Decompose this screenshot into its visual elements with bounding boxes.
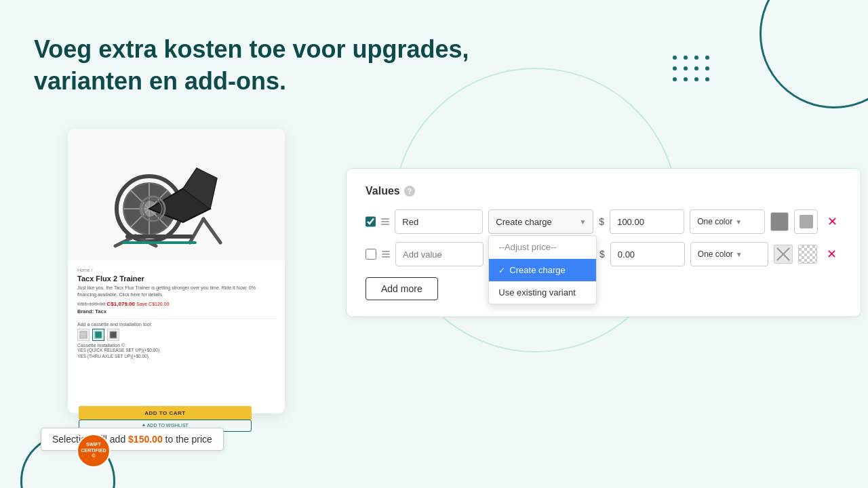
svg-rect-13 <box>125 235 193 239</box>
dropdown-item-create-charge[interactable]: ✓ Create charge <box>489 259 596 281</box>
panel-title: Values ? <box>366 185 842 197</box>
panel-title-text: Values <box>366 185 400 197</box>
cassette-option-1: YES (QUICK RELEASE SET UP)(+$0.00) <box>77 348 275 352</box>
values-panel: Values ? Create charge ▼ --Adjust price-… <box>346 168 861 317</box>
dots-grid <box>673 56 712 84</box>
addon-label: Add a cassette and installation tool: <box>77 322 275 327</box>
row1-color-picker-btn[interactable] <box>794 209 818 234</box>
addon-options <box>77 329 275 341</box>
dropdown-item-create-charge-label: Create charge <box>509 265 565 275</box>
row2-value-input[interactable] <box>395 242 484 266</box>
cassette-option-2: YES (THRU AXLE SET UP)(+$0.00) <box>77 354 275 359</box>
cassette-label: Cassette Installation ©: <box>77 343 275 348</box>
row1-charge-dropdown-container: Create charge ▼ --Adjust price-- ✓ Creat… <box>488 209 593 234</box>
addon-option-3[interactable] <box>107 329 119 341</box>
help-icon[interactable]: ? <box>404 186 415 197</box>
row1-value-input[interactable] <box>395 209 483 234</box>
row2-checkbox[interactable] <box>366 249 376 260</box>
row1-checkbox[interactable] <box>366 216 376 227</box>
brand-label: Brand: <box>77 308 94 314</box>
dropdown-item-use-variant[interactable]: Use existing variant <box>489 281 596 304</box>
addon-option-1[interactable] <box>77 329 90 341</box>
price-badge: Selection will add $150.00 to the price <box>41 428 224 451</box>
heading: Voeg extra kosten toe voor upgrades, var… <box>34 34 469 98</box>
row2-dollar-sign: $ <box>599 249 605 260</box>
price-line: C$1,199.00 C$1,079.00 Save C$120.00 <box>77 301 275 307</box>
swift-badge: SWIFT CERTIFIED © <box>77 434 111 468</box>
row1-drag-handle[interactable] <box>381 218 389 225</box>
product-title: Tacx Flux 2 Trainer <box>77 274 275 283</box>
value-row-2: Create charge ▼ $ One color ▼ ✕ <box>366 242 842 266</box>
row1-color-chevron-icon: ▼ <box>735 218 742 226</box>
row2-price-input[interactable] <box>610 242 685 266</box>
row1-color-swatch[interactable] <box>770 212 789 231</box>
heading-line2: varianten en add-ons. <box>34 67 286 95</box>
dropdown-item-adjust[interactable]: --Adjust price-- <box>489 236 596 259</box>
price-current: C$1,079.00 <box>107 301 135 307</box>
product-desc: Just like you, the Tacx Flux Trainer is … <box>77 285 275 298</box>
svg-rect-15 <box>80 331 87 338</box>
row1-charge-label: Create charge <box>496 217 551 227</box>
add-more-button[interactable]: Add more <box>366 277 438 300</box>
svg-line-11 <box>190 219 203 243</box>
row2-checkerboard-swatch[interactable] <box>798 245 817 264</box>
price-badge-amount: $150.00 <box>128 434 163 445</box>
row2-color-dropdown[interactable]: One color ▼ <box>690 242 768 266</box>
row1-remove-button[interactable]: ✕ <box>823 212 842 231</box>
price-save: Save C$120.00 <box>136 302 169 306</box>
swift-badge-line1: SWIFT <box>86 442 101 447</box>
row1-price-input[interactable] <box>610 209 684 234</box>
row2-color-chevron-icon: ▼ <box>736 251 743 258</box>
product-card: Home / Tacx Flux 2 Trainer Just like you… <box>68 129 285 413</box>
value-row-1: Create charge ▼ --Adjust price-- ✓ Creat… <box>366 209 842 234</box>
addon-section: Add a cassette and installation tool: Ca… <box>77 319 275 359</box>
dropdown-item-use-variant-label: Use existing variant <box>498 287 575 298</box>
svg-line-12 <box>203 219 220 243</box>
add-to-cart-button[interactable]: ADD TO CART <box>79 406 252 420</box>
swift-badge-line2: CERTIFIED <box>81 448 106 453</box>
breadcrumb: Home / <box>77 268 275 272</box>
heading-line1: Voeg extra kosten toe voor upgrades, <box>34 35 469 63</box>
price-original: C$1,199.00 <box>77 301 105 307</box>
row2-remove-button[interactable]: ✕ <box>823 245 842 264</box>
price-badge-suffix: to the price <box>163 434 212 445</box>
row1-color-dropdown[interactable]: One color ▼ <box>690 209 765 234</box>
svg-rect-14 <box>122 241 197 244</box>
brand-line: Brand: Tacx <box>77 308 275 314</box>
addon-option-2[interactable] <box>92 329 104 341</box>
brand-name: Tacx <box>95 308 106 314</box>
svg-rect-16 <box>95 331 102 338</box>
row1-dropdown-menu: --Adjust price-- ✓ Create charge Use exi… <box>488 235 597 304</box>
bg-circle-top-right <box>760 0 868 108</box>
row1-chevron-icon: ▼ <box>579 218 586 226</box>
dropdown-item-adjust-label: --Adjust price-- <box>498 242 556 252</box>
svg-rect-17 <box>110 331 117 338</box>
row2-cross-pattern-swatch[interactable] <box>774 245 793 264</box>
row1-dollar-sign: $ <box>599 216 604 227</box>
row2-drag-handle[interactable] <box>382 251 390 258</box>
row1-color-label: One color <box>697 217 732 226</box>
row1-charge-dropdown[interactable]: Create charge ▼ <box>488 209 593 234</box>
checkmark-icon: ✓ <box>498 266 505 275</box>
product-info: Home / Tacx Flux 2 Trainer Just like you… <box>68 261 285 368</box>
row2-color-label: One color <box>698 249 733 259</box>
swift-badge-sym: © <box>92 453 95 459</box>
product-image-area <box>68 129 285 261</box>
